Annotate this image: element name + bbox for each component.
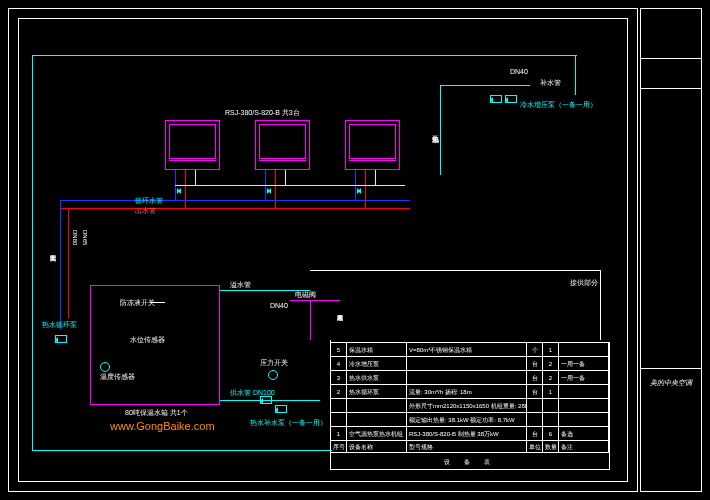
- title-sect-2: [641, 59, 701, 89]
- pipe-out-v: [68, 208, 69, 318]
- units-label: RSJ-380/S-820-B 共3台: [225, 108, 300, 118]
- pressure-switch-icon: [268, 370, 278, 380]
- heat-pump-unit-1: [165, 120, 220, 170]
- valve-2: [265, 188, 273, 194]
- title-sect-1: [641, 9, 701, 59]
- u3-drop2: [365, 170, 366, 208]
- pressure-label: 压力开关: [260, 358, 288, 368]
- cold-pump-icon-2: [505, 95, 517, 103]
- antifreeze-line: [150, 302, 165, 303]
- u1-drop3: [195, 170, 196, 185]
- loop-left: [32, 55, 33, 450]
- dn40-label: DN40: [510, 68, 528, 75]
- conn-white-h: [310, 270, 600, 271]
- out-pipe-label: 出水管: [135, 206, 156, 216]
- table-row: 1空气源热泵热水机组RSJ-380/S-820-B 制热量 38万kW台6备选: [331, 427, 609, 441]
- supply-pump-label: 供水管 DN100: [230, 388, 275, 398]
- level-sensor-label: 水位传感器: [130, 335, 165, 345]
- hot-return-label: 循环水管: [135, 196, 163, 206]
- pipe-return-h: [60, 200, 410, 201]
- loop-top: [32, 55, 577, 56]
- table-row: 3热水供水泵台2一用一备: [331, 371, 609, 385]
- hot-backup-label: 热水补水泵（一备一用）: [250, 418, 327, 428]
- equipment-table: 5保温水箱V=80m³不锈钢保温水箱个1 4冷水增压泵台2一用一备 3热水供水泵…: [330, 342, 610, 470]
- hot-circ-pump-icon: [55, 335, 67, 343]
- table-row: 外形尺寸mm2120x1150x1650 机组重量: 288kg: [331, 399, 609, 413]
- u2-drop3: [285, 170, 286, 185]
- supply-pump-2: [275, 405, 287, 413]
- brand-logo: 美的中央空调: [644, 378, 698, 402]
- temp-sensor-icon: [100, 362, 110, 372]
- solenoid-label: 电磁阀: [295, 290, 316, 300]
- loop-right: [575, 55, 576, 95]
- connect-label: 接供部分: [570, 278, 598, 288]
- heat-pump-unit-3: [345, 120, 400, 170]
- u1-drop2: [185, 170, 186, 208]
- dn65-label: DN65: [82, 230, 88, 245]
- tank-label: 80吨保温水箱 共1个: [125, 408, 188, 418]
- hot-circ-label: 热水循环泵: [42, 320, 77, 330]
- valve-1: [175, 188, 183, 194]
- cold-pump-icon: [490, 95, 502, 103]
- table-row: 2热水循环泵流量: 30m³/h 扬程: 18m台1: [331, 385, 609, 399]
- dn80-label: DN80: [72, 230, 78, 245]
- conn-white-v: [600, 270, 601, 340]
- table-row: 5保温水箱V=80m³不锈钢保温水箱个1: [331, 343, 609, 357]
- pipe-supply-2: [440, 85, 441, 175]
- pipe-yellow-h: [175, 185, 405, 186]
- insulated-tank: [90, 285, 220, 405]
- solenoid-pipe: [290, 300, 340, 301]
- overflow-label: 溢水管: [230, 280, 251, 290]
- pipe-supply-1: [440, 85, 530, 86]
- antifreeze-label: 防冻液开关: [120, 298, 155, 308]
- temp-sensor-label: 温度传感器: [100, 372, 135, 382]
- title-sect-3: [641, 89, 701, 369]
- table-row: 额定输出热量: 38.1kW 额定功率: 8.7kW: [331, 413, 609, 427]
- table-header: 序号设备名称型号规格单位数量备注: [331, 441, 609, 453]
- u3-drop3: [375, 170, 376, 185]
- valve-3: [355, 188, 363, 194]
- loop-bottom: [32, 450, 332, 451]
- table-title: 设 备 表: [331, 453, 609, 471]
- supply-pipe-label: 补水管: [540, 78, 561, 88]
- pipe-out-h: [60, 208, 410, 209]
- title-block: [640, 8, 702, 492]
- u2-drop2: [275, 170, 276, 208]
- solenoid-v: [310, 300, 311, 340]
- pipe-return-v: [60, 200, 61, 330]
- dn40-2-label: DN40: [270, 302, 288, 309]
- watermark: www.GongBaike.com: [110, 420, 215, 432]
- heat-pump-unit-2: [255, 120, 310, 170]
- cold-pump-label: 冷水增压泵（一备一用）: [520, 100, 597, 110]
- table-row: 4冷水增压泵台2一用一备: [331, 357, 609, 371]
